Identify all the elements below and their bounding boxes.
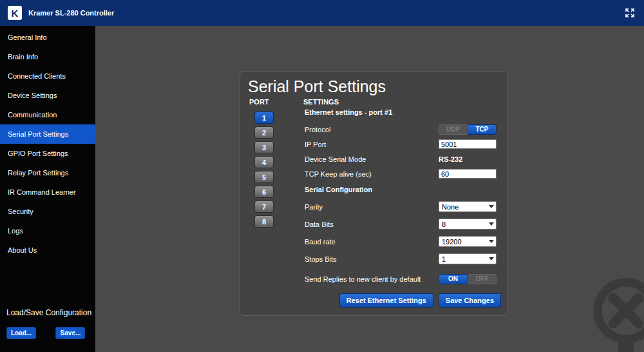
tcp-keep-alive-row: TCP Keep alive (sec) bbox=[305, 168, 497, 179]
port-button-3[interactable]: 3 bbox=[254, 141, 274, 153]
sidebar-item-general-info[interactable]: General Info bbox=[0, 28, 95, 47]
stop-bits-select[interactable]: 1 bbox=[439, 253, 497, 264]
port-button-5[interactable]: 5 bbox=[254, 171, 274, 183]
reset-ethernet-settings-button[interactable]: Reset Ethernet Settings bbox=[339, 293, 433, 308]
save-changes-button[interactable]: Save Changes bbox=[439, 293, 501, 308]
port-selector: 1 2 3 4 5 6 7 8 bbox=[254, 112, 274, 230]
sidebar-item-label: Communication bbox=[8, 111, 57, 119]
sidebar-item-label: Connected Clients bbox=[8, 72, 66, 80]
device-serial-mode-label: Device Serial Mode bbox=[305, 155, 366, 163]
protocol-tcp-button[interactable]: TCP bbox=[468, 124, 497, 135]
chevron-down-icon bbox=[489, 222, 494, 226]
stop-bits-selected-value: 1 bbox=[442, 255, 446, 263]
ip-port-input[interactable] bbox=[439, 139, 497, 149]
protocol-udp-button[interactable]: UDP bbox=[439, 124, 468, 135]
sidebar-item-label: Logs bbox=[8, 227, 23, 235]
protocol-toggle: UDP TCP bbox=[439, 124, 497, 135]
main-content: Serial Port Settings PORT SETTINGS 1 2 3… bbox=[95, 26, 644, 352]
settings-column-header: SETTINGS bbox=[303, 98, 339, 106]
sidebar-item-brain-info[interactable]: Brain Info bbox=[0, 47, 95, 66]
kramer-logo-letter: K bbox=[12, 8, 19, 19]
parity-row: Parity None bbox=[305, 201, 497, 212]
load-save-section: Load/Save Configuration Load... Save... bbox=[0, 308, 95, 339]
sidebar-item-security[interactable]: Security bbox=[0, 202, 95, 221]
parity-selected-value: None bbox=[442, 203, 459, 211]
baud-rate-selected-value: 19200 bbox=[442, 238, 462, 246]
app-window: K Kramer SL-280 Controller General Info … bbox=[0, 0, 644, 352]
port-button-8[interactable]: 8 bbox=[254, 215, 274, 228]
protocol-row: Protocol UDP TCP bbox=[305, 124, 497, 135]
port-button-2[interactable]: 2 bbox=[254, 126, 274, 139]
baud-rate-select[interactable]: 19200 bbox=[439, 236, 497, 247]
sidebar-item-gpio-port-settings[interactable]: GPIO Port Settings bbox=[0, 144, 95, 163]
sidebar-item-ir-command-learner[interactable]: IR Command Learner bbox=[0, 182, 95, 202]
baud-rate-row: Baud rate 19200 bbox=[305, 236, 497, 247]
port-column-header: PORT bbox=[249, 98, 269, 106]
sidebar-item-device-settings[interactable]: Device Settings bbox=[0, 86, 95, 105]
sidebar-item-label: Serial Port Settings bbox=[8, 130, 68, 138]
data-bits-selected-value: 8 bbox=[442, 220, 446, 228]
kramer-logo: K bbox=[8, 6, 22, 20]
sidebar-item-label: IR Command Learner bbox=[8, 188, 76, 196]
data-bits-select[interactable]: 8 bbox=[439, 219, 497, 230]
port-button-6[interactable]: 6 bbox=[254, 186, 274, 198]
app-title: Kramer SL-280 Controller bbox=[28, 9, 114, 17]
data-bits-row: Data Bits 8 bbox=[305, 219, 497, 230]
stop-bits-row: Stops Bits 1 bbox=[305, 253, 497, 264]
sidebar: General Info Brain Info Connected Client… bbox=[0, 26, 95, 352]
load-button[interactable]: Load... bbox=[6, 327, 36, 339]
ip-port-label: IP Port bbox=[305, 141, 326, 148]
ip-port-row: IP Port bbox=[305, 139, 497, 150]
tcp-keep-alive-input[interactable] bbox=[439, 169, 497, 179]
sidebar-item-relay-port-settings[interactable]: Relay Port Settings bbox=[0, 163, 95, 182]
kramer-key-watermark bbox=[574, 271, 644, 352]
save-button[interactable]: Save... bbox=[55, 327, 85, 339]
protocol-label: Protocol bbox=[305, 126, 330, 133]
sidebar-item-connected-clients[interactable]: Connected Clients bbox=[0, 66, 95, 86]
settings-form: Ethernet settings - port #1 Protocol UDP… bbox=[305, 108, 497, 288]
top-bar: K Kramer SL-280 Controller bbox=[0, 0, 644, 26]
ethernet-section-title: Ethernet settings - port #1 bbox=[305, 108, 497, 117]
device-serial-mode-value: RS-232 bbox=[439, 155, 497, 163]
stop-bits-label: Stops Bits bbox=[305, 255, 337, 263]
sidebar-item-label: About Us bbox=[8, 246, 37, 254]
chevron-down-icon bbox=[489, 257, 494, 260]
load-save-label: Load/Save Configuration bbox=[0, 308, 95, 317]
sidebar-item-label: GPIO Port Settings bbox=[8, 150, 68, 157]
data-bits-label: Data Bits bbox=[305, 220, 334, 228]
serial-port-settings-panel: Serial Port Settings PORT SETTINGS 1 2 3… bbox=[240, 71, 508, 316]
send-replies-toggle: ON OFF bbox=[439, 274, 497, 284]
sidebar-item-label: Relay Port Settings bbox=[8, 169, 68, 177]
sidebar-item-about-us[interactable]: About Us bbox=[0, 240, 95, 260]
parity-select[interactable]: None bbox=[439, 201, 497, 212]
port-button-7[interactable]: 7 bbox=[254, 200, 274, 213]
port-button-1[interactable]: 1 bbox=[254, 112, 274, 124]
sidebar-item-label: Security bbox=[8, 208, 33, 215]
chevron-down-icon bbox=[489, 240, 494, 243]
send-replies-row: Send Replies to new client by default ON… bbox=[305, 273, 497, 284]
sidebar-item-label: General Info bbox=[8, 34, 47, 41]
send-replies-label: Send Replies to new client by default bbox=[305, 275, 421, 283]
sidebar-item-communication[interactable]: Communication bbox=[0, 105, 95, 124]
send-replies-on-button[interactable]: ON bbox=[439, 274, 468, 284]
fullscreen-icon[interactable] bbox=[625, 8, 635, 18]
page-title: Serial Port Settings bbox=[248, 77, 386, 96]
sidebar-item-label: Brain Info bbox=[8, 53, 38, 61]
parity-label: Parity bbox=[305, 203, 323, 211]
sidebar-item-label: Device Settings bbox=[8, 92, 57, 99]
serial-configuration-section-title: Serial Configuration bbox=[305, 186, 497, 195]
sidebar-item-logs[interactable]: Logs bbox=[0, 221, 95, 240]
sidebar-nav: General Info Brain Info Connected Client… bbox=[0, 26, 95, 260]
send-replies-off-button[interactable]: OFF bbox=[468, 274, 497, 284]
device-serial-mode-row: Device Serial Mode RS-232 bbox=[305, 153, 497, 164]
panel-actions: Reset Ethernet Settings Save Changes bbox=[339, 293, 501, 308]
tcp-keep-alive-label: TCP Keep alive (sec) bbox=[305, 170, 372, 178]
baud-rate-label: Baud rate bbox=[305, 238, 336, 246]
chevron-down-icon bbox=[489, 205, 494, 208]
sidebar-item-serial-port-settings[interactable]: Serial Port Settings bbox=[0, 124, 95, 144]
port-button-4[interactable]: 4 bbox=[254, 156, 274, 168]
